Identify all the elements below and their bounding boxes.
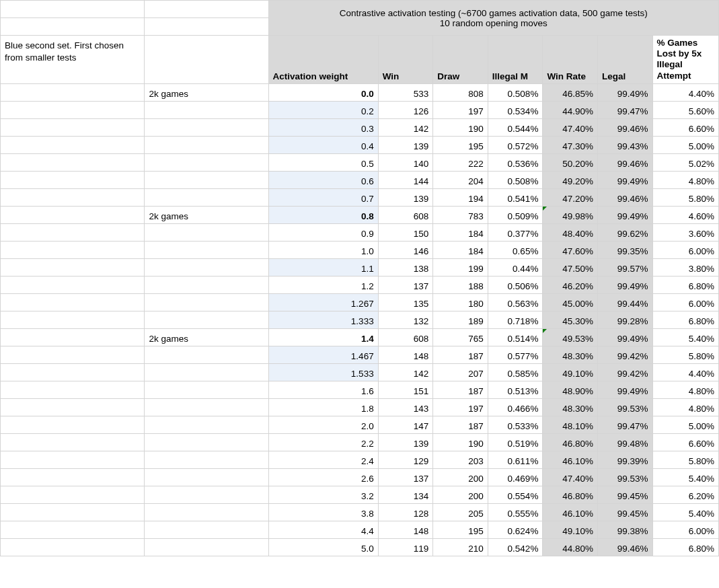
- draw-cell[interactable]: 195: [433, 521, 488, 538]
- games-cell[interactable]: [145, 363, 268, 381]
- lost-cell[interactable]: 6.00%: [652, 241, 718, 258]
- games-cell[interactable]: [145, 451, 268, 468]
- note-cell[interactable]: [1, 293, 145, 311]
- win-cell[interactable]: 128: [378, 503, 433, 521]
- activation-cell[interactable]: 0.3: [268, 118, 378, 136]
- winrate-cell[interactable]: 47.60%: [543, 241, 598, 258]
- games-cell[interactable]: [145, 398, 268, 416]
- games-cell[interactable]: 2k games: [145, 328, 268, 346]
- legal-cell[interactable]: 99.46%: [597, 153, 652, 171]
- win-cell[interactable]: 137: [378, 276, 433, 293]
- games-cell[interactable]: [145, 136, 268, 153]
- empty-cell[interactable]: [145, 18, 268, 36]
- draw-cell[interactable]: 199: [433, 258, 488, 276]
- illegal-cell[interactable]: 0.508%: [488, 171, 543, 188]
- draw-cell[interactable]: 195: [433, 136, 488, 153]
- win-cell[interactable]: 137: [378, 468, 433, 486]
- note-cell[interactable]: [1, 171, 145, 188]
- lost-cell[interactable]: 6.60%: [652, 433, 718, 451]
- illegal-cell[interactable]: 0.506%: [488, 276, 543, 293]
- draw-cell[interactable]: 765: [433, 328, 488, 346]
- games-cell[interactable]: 2k games: [145, 206, 268, 223]
- winrate-cell[interactable]: 48.30%: [543, 398, 598, 416]
- games-cell[interactable]: [145, 101, 268, 118]
- draw-cell[interactable]: 783: [433, 206, 488, 223]
- col-winrate-header[interactable]: Win Rate: [543, 36, 598, 84]
- note-cell[interactable]: Blue second set. First chosen from small…: [1, 36, 145, 84]
- winrate-cell[interactable]: 46.10%: [543, 451, 598, 468]
- games-cell[interactable]: 2k games: [145, 83, 268, 101]
- illegal-cell[interactable]: 0.519%: [488, 433, 543, 451]
- legal-cell[interactable]: 99.43%: [597, 136, 652, 153]
- illegal-cell[interactable]: 0.469%: [488, 468, 543, 486]
- note-cell[interactable]: [1, 188, 145, 206]
- legal-cell[interactable]: 99.38%: [597, 521, 652, 538]
- activation-cell[interactable]: 0.5: [268, 153, 378, 171]
- activation-cell[interactable]: 4.4: [268, 521, 378, 538]
- games-cell[interactable]: [145, 381, 268, 398]
- col-legal-header[interactable]: Legal: [597, 36, 652, 84]
- win-cell[interactable]: 142: [378, 363, 433, 381]
- lost-cell[interactable]: 3.80%: [652, 258, 718, 276]
- legal-cell[interactable]: 99.46%: [597, 538, 652, 556]
- lost-cell[interactable]: 4.40%: [652, 363, 718, 381]
- note-cell[interactable]: [1, 433, 145, 451]
- lost-cell[interactable]: 5.00%: [652, 416, 718, 433]
- win-cell[interactable]: 146: [378, 241, 433, 258]
- activation-cell[interactable]: 1.8: [268, 398, 378, 416]
- games-cell[interactable]: [145, 188, 268, 206]
- winrate-cell[interactable]: 50.20%: [543, 153, 598, 171]
- draw-cell[interactable]: 200: [433, 468, 488, 486]
- activation-cell[interactable]: 1.267: [268, 293, 378, 311]
- note-cell[interactable]: [1, 136, 145, 153]
- legal-cell[interactable]: 99.45%: [597, 486, 652, 503]
- activation-cell[interactable]: 1.333: [268, 311, 378, 328]
- illegal-cell[interactable]: 0.533%: [488, 416, 543, 433]
- activation-cell[interactable]: 0.8: [268, 206, 378, 223]
- activation-cell[interactable]: 2.4: [268, 451, 378, 468]
- winrate-cell[interactable]: 46.80%: [543, 433, 598, 451]
- win-cell[interactable]: 140: [378, 153, 433, 171]
- note-cell[interactable]: [1, 83, 145, 101]
- games-cell[interactable]: [145, 468, 268, 486]
- games-cell[interactable]: [145, 433, 268, 451]
- games-cell[interactable]: [145, 416, 268, 433]
- illegal-cell[interactable]: 0.541%: [488, 188, 543, 206]
- lost-cell[interactable]: 4.80%: [652, 398, 718, 416]
- note-cell[interactable]: [1, 311, 145, 328]
- draw-cell[interactable]: 205: [433, 503, 488, 521]
- win-cell[interactable]: 138: [378, 258, 433, 276]
- lost-cell[interactable]: 5.60%: [652, 101, 718, 118]
- note-cell[interactable]: [1, 398, 145, 416]
- games-cell[interactable]: [145, 276, 268, 293]
- draw-cell[interactable]: 210: [433, 538, 488, 556]
- illegal-cell[interactable]: 0.514%: [488, 328, 543, 346]
- winrate-cell[interactable]: 46.10%: [543, 503, 598, 521]
- legal-cell[interactable]: 99.42%: [597, 363, 652, 381]
- note-cell[interactable]: [1, 206, 145, 223]
- draw-cell[interactable]: 187: [433, 416, 488, 433]
- win-cell[interactable]: 132: [378, 311, 433, 328]
- activation-cell[interactable]: 0.9: [268, 223, 378, 241]
- win-cell[interactable]: 150: [378, 223, 433, 241]
- lost-cell[interactable]: 4.60%: [652, 206, 718, 223]
- legal-cell[interactable]: 99.46%: [597, 118, 652, 136]
- lost-cell[interactable]: 6.60%: [652, 118, 718, 136]
- winrate-cell[interactable]: 46.80%: [543, 486, 598, 503]
- winrate-cell[interactable]: 47.40%: [543, 118, 598, 136]
- legal-cell[interactable]: 99.49%: [597, 276, 652, 293]
- games-cell[interactable]: [145, 311, 268, 328]
- col-illegal-header[interactable]: Illegal M: [488, 36, 543, 84]
- empty-cell[interactable]: [1, 1, 145, 18]
- winrate-cell[interactable]: 49.10%: [543, 363, 598, 381]
- lost-cell[interactable]: 4.40%: [652, 83, 718, 101]
- draw-cell[interactable]: 808: [433, 83, 488, 101]
- col-activation-header[interactable]: Activation weight: [268, 36, 378, 84]
- illegal-cell[interactable]: 0.611%: [488, 451, 543, 468]
- win-cell[interactable]: 139: [378, 188, 433, 206]
- win-cell[interactable]: 129: [378, 451, 433, 468]
- winrate-cell[interactable]: 44.80%: [543, 538, 598, 556]
- draw-cell[interactable]: 197: [433, 101, 488, 118]
- legal-cell[interactable]: 99.42%: [597, 346, 652, 363]
- legal-cell[interactable]: 99.45%: [597, 503, 652, 521]
